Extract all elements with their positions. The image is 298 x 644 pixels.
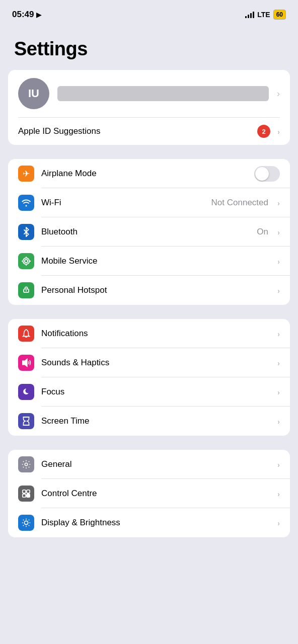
bluetooth-row[interactable]: Bluetooth On › <box>8 217 290 247</box>
control-centre-label: Control Centre <box>41 489 268 499</box>
page-title: Settings <box>0 26 298 70</box>
avatar-initials: IU <box>28 87 39 100</box>
display-brightness-label: Display & Brightness <box>41 518 268 528</box>
svg-point-0 <box>23 258 30 265</box>
wifi-value: Not Connected <box>211 198 268 208</box>
cellular-symbol <box>22 257 31 266</box>
bluetooth-icon <box>18 224 34 240</box>
focus-row[interactable]: Focus › <box>8 377 290 407</box>
gear-symbol <box>21 459 31 469</box>
wifi-row[interactable]: Wi-Fi Not Connected › <box>8 188 290 217</box>
airplane-mode-row[interactable]: ✈ Airplane Mode <box>8 159 290 188</box>
apple-id-chevron-icon: › <box>277 127 280 136</box>
focus-chevron-icon: › <box>277 388 280 396</box>
general-section: General › Control Centre › Display & Bri… <box>8 450 290 537</box>
bluetooth-label: Bluetooth <box>41 227 250 237</box>
wifi-label: Wi-Fi <box>41 198 204 208</box>
display-brightness-row[interactable]: Display & Brightness › <box>8 508 290 537</box>
apple-id-label: Apple ID Suggestions <box>18 126 101 136</box>
notifications-section: Notifications › Sounds & Haptics › Focus… <box>8 319 290 436</box>
apple-id-row[interactable]: Apple ID Suggestions 2 › <box>8 118 290 145</box>
bluetooth-value: On <box>257 227 268 237</box>
svg-point-17 <box>24 521 28 524</box>
lte-label: LTE <box>257 11 270 19</box>
control-symbol <box>22 489 31 498</box>
profile-name-placeholder <box>57 86 269 101</box>
svg-point-1 <box>25 260 28 263</box>
control-centre-row[interactable]: Control Centre › <box>8 479 290 508</box>
profile-chevron-icon: › <box>277 89 280 99</box>
wifi-chevron-icon: › <box>277 199 280 207</box>
personal-hotspot-label: Personal Hotspot <box>41 285 268 295</box>
personal-hotspot-chevron-icon: › <box>277 286 280 295</box>
general-label: General <box>41 459 268 469</box>
status-right: LTE 60 <box>245 10 286 20</box>
sounds-haptics-icon <box>18 355 34 371</box>
airplane-mode-icon: ✈ <box>18 166 34 182</box>
notifications-label: Notifications <box>41 329 268 339</box>
toggle-knob <box>255 167 269 181</box>
mobile-service-chevron-icon: › <box>277 257 280 266</box>
screen-time-label: Screen Time <box>41 416 268 426</box>
bluetooth-chevron-icon: › <box>277 228 280 236</box>
general-chevron-icon: › <box>277 460 280 469</box>
control-centre-icon <box>18 486 34 502</box>
svg-point-7 <box>26 290 27 292</box>
apple-id-badge: 2 <box>257 125 270 138</box>
mobile-service-row[interactable]: Mobile Service › <box>8 247 290 276</box>
screen-time-chevron-icon: › <box>277 417 280 426</box>
control-centre-chevron-icon: › <box>277 490 280 498</box>
profile-card: IU › Apple ID Suggestions 2 › <box>8 70 290 145</box>
sounds-haptics-row[interactable]: Sounds & Haptics › <box>8 348 290 377</box>
connectivity-section: ✈ Airplane Mode Wi-Fi Not Connected › Bl… <box>8 159 290 305</box>
general-icon <box>18 456 34 472</box>
airplane-mode-label: Airplane Mode <box>41 169 247 179</box>
status-bar: 05:49 ▶ LTE 60 <box>0 0 298 26</box>
svg-rect-13 <box>23 490 26 493</box>
personal-hotspot-icon <box>18 282 34 298</box>
airplane-mode-toggle[interactable] <box>254 166 280 182</box>
wifi-icon <box>18 195 34 211</box>
sound-symbol <box>21 358 31 367</box>
apple-id-right: 2 › <box>257 125 280 138</box>
profile-row[interactable]: IU › <box>8 70 290 117</box>
status-time: 05:49 ▶ <box>12 10 41 20</box>
personal-hotspot-row[interactable]: Personal Hotspot › <box>8 276 290 305</box>
location-icon: ▶ <box>36 11 41 19</box>
notifications-chevron-icon: › <box>277 330 280 338</box>
notifications-icon <box>18 326 34 342</box>
general-row[interactable]: General › <box>8 450 290 479</box>
notifications-row[interactable]: Notifications › <box>8 319 290 348</box>
focus-icon <box>18 384 34 400</box>
display-brightness-icon <box>18 515 34 531</box>
signal-bars <box>245 11 254 18</box>
battery-badge: 60 <box>273 10 286 20</box>
wifi-symbol <box>21 199 31 207</box>
svg-marker-9 <box>23 359 27 366</box>
time-display: 05:49 <box>12 10 34 20</box>
svg-rect-15 <box>23 494 26 497</box>
sun-symbol <box>21 518 31 528</box>
mobile-service-icon <box>18 253 34 269</box>
hourglass-symbol <box>22 416 30 426</box>
sounds-haptics-label: Sounds & Haptics <box>41 358 268 368</box>
svg-rect-16 <box>27 494 30 497</box>
moon-symbol <box>22 387 31 396</box>
hotspot-symbol <box>21 285 31 295</box>
bell-symbol <box>22 329 31 339</box>
screen-time-row[interactable]: Screen Time › <box>8 407 290 436</box>
display-brightness-chevron-icon: › <box>277 519 280 527</box>
svg-rect-14 <box>27 490 30 493</box>
focus-label: Focus <box>41 387 268 397</box>
avatar: IU <box>18 78 49 109</box>
sounds-haptics-chevron-icon: › <box>277 359 280 367</box>
screen-time-icon <box>18 413 34 429</box>
bluetooth-symbol <box>23 227 30 237</box>
mobile-service-label: Mobile Service <box>41 256 268 266</box>
svg-point-12 <box>25 463 27 465</box>
